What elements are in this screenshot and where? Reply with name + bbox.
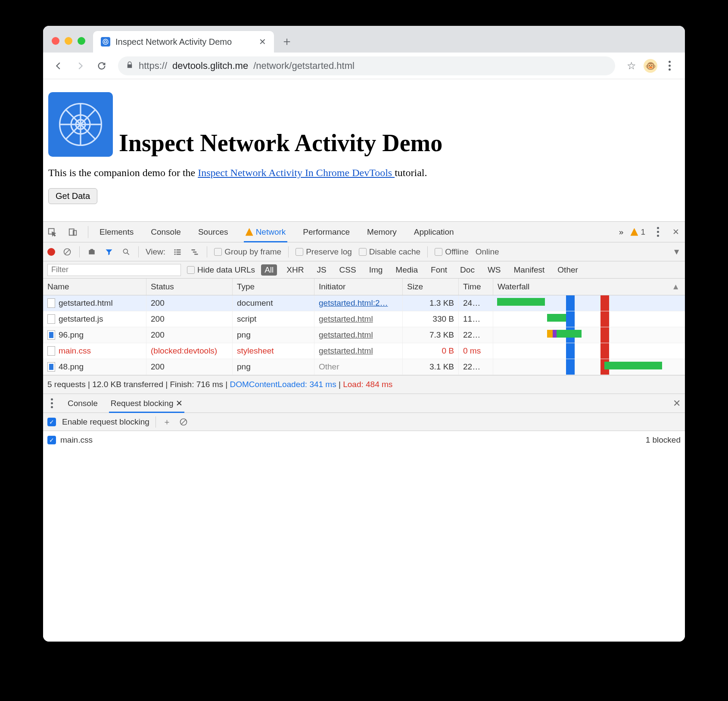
- waterfall-cell: [493, 327, 685, 343]
- close-tab-button[interactable]: ✕: [259, 37, 266, 47]
- request-type: script: [233, 311, 314, 327]
- column-header-size[interactable]: Size: [403, 279, 459, 295]
- svg-line-15: [127, 252, 129, 254]
- forward-button[interactable]: [71, 56, 90, 75]
- filter-type-font[interactable]: Font: [427, 264, 451, 276]
- reload-button[interactable]: [92, 56, 111, 75]
- offline-checkbox[interactable]: Offline: [435, 247, 469, 257]
- clear-button[interactable]: [62, 248, 72, 256]
- request-time: 24…: [459, 295, 493, 311]
- filter-type-js[interactable]: JS: [313, 264, 330, 276]
- filter-type-media[interactable]: Media: [392, 264, 421, 276]
- browser-menu-button[interactable]: [660, 56, 679, 75]
- get-data-button[interactable]: Get Data: [48, 188, 97, 204]
- devtools-tab-console[interactable]: Console: [149, 222, 183, 242]
- capture-screenshots-icon[interactable]: [87, 248, 97, 256]
- tab-strip: Inspect Network Activity Demo ✕ ＋: [43, 26, 685, 53]
- request-time: 0 ms: [459, 343, 493, 359]
- drawer-tab-console[interactable]: Console: [66, 394, 100, 413]
- drawer-tab-request-blocking[interactable]: Request blocking ✕: [109, 394, 185, 413]
- close-drawer-button[interactable]: ✕: [673, 398, 681, 409]
- devtools-tab-application[interactable]: Application: [412, 222, 456, 242]
- minimize-window-button[interactable]: [65, 37, 72, 45]
- network-row[interactable]: 48.png200pngOther3.1 KB22…: [43, 359, 685, 375]
- waterfall-view-icon[interactable]: [190, 248, 200, 256]
- browser-window: Inspect Network Activity Demo ✕ ＋ https:…: [43, 26, 685, 642]
- group-by-frame-checkbox[interactable]: Group by frame: [214, 247, 281, 257]
- filter-type-other[interactable]: Other: [554, 264, 582, 276]
- online-label[interactable]: Online: [476, 247, 499, 257]
- close-devtools-button[interactable]: ✕: [670, 226, 681, 238]
- profile-avatar[interactable]: 🐵: [644, 59, 657, 73]
- column-header-waterfall[interactable]: Waterfall▲: [493, 279, 685, 295]
- devtools-tab-performance[interactable]: Performance: [301, 222, 352, 242]
- filter-type-img[interactable]: Img: [366, 264, 386, 276]
- request-initiator: Other: [314, 359, 403, 375]
- svg-point-1: [104, 40, 106, 43]
- inspect-element-icon[interactable]: [47, 226, 58, 238]
- list-view-icon[interactable]: [172, 248, 183, 256]
- filter-type-css[interactable]: CSS: [336, 264, 360, 276]
- devtools-tab-memory[interactable]: Memory: [365, 222, 398, 242]
- column-header-status[interactable]: Status: [146, 279, 233, 295]
- initiator-link[interactable]: getstarted.html:2…: [319, 298, 388, 307]
- filter-type-doc[interactable]: Doc: [457, 264, 478, 276]
- back-button[interactable]: [49, 56, 68, 75]
- search-icon[interactable]: [121, 248, 131, 256]
- drawer-tabs: ConsoleRequest blocking ✕ ✕: [43, 394, 685, 413]
- bookmark-button[interactable]: ☆: [622, 56, 641, 75]
- remove-all-patterns-button[interactable]: [178, 418, 189, 426]
- initiator-link[interactable]: getstarted.html: [319, 346, 373, 355]
- throttling-dropdown[interactable]: ▼: [672, 247, 681, 257]
- request-blocking-toolbar: ✓ Enable request blocking ＋: [43, 413, 685, 431]
- more-tabs-button[interactable]: »: [619, 227, 624, 237]
- url-path: /network/getstarted.html: [253, 60, 355, 71]
- close-window-button[interactable]: [52, 37, 59, 45]
- hide-data-urls-checkbox[interactable]: Hide data URLs: [187, 265, 255, 275]
- filter-type-all[interactable]: All: [261, 264, 277, 276]
- devtools-tab-network[interactable]: Network: [244, 222, 288, 242]
- request-status: (blocked:devtools): [146, 343, 233, 359]
- record-button[interactable]: [47, 248, 55, 256]
- add-pattern-button[interactable]: ＋: [162, 416, 172, 428]
- column-header-initiator[interactable]: Initiator: [314, 279, 403, 295]
- disable-cache-checkbox[interactable]: Disable cache: [359, 247, 420, 257]
- devtools-tab-elements[interactable]: Elements: [98, 222, 135, 242]
- warnings-badge[interactable]: 1: [630, 227, 645, 237]
- drawer-menu-button[interactable]: [47, 395, 56, 412]
- filter-type-ws[interactable]: WS: [484, 264, 504, 276]
- preserve-log-checkbox[interactable]: Preserve log: [296, 247, 352, 257]
- request-time: 22…: [459, 359, 493, 375]
- column-header-name[interactable]: Name: [43, 279, 146, 295]
- network-row[interactable]: 96.png200pnggetstarted.html7.3 KB22…: [43, 327, 685, 343]
- address-bar[interactable]: https://devtools.glitch.me/network/getst…: [118, 56, 615, 75]
- devtools-panel: ElementsConsoleSourcesNetworkPerformance…: [43, 221, 685, 642]
- filter-toggle-icon[interactable]: [104, 248, 114, 256]
- device-toolbar-icon[interactable]: [67, 226, 78, 238]
- tutorial-link[interactable]: Inspect Network Activity In Chrome DevTo…: [198, 167, 395, 178]
- url-host: devtools.glitch.me: [172, 60, 248, 71]
- initiator-link[interactable]: getstarted.html: [319, 314, 373, 323]
- fullscreen-window-button[interactable]: [78, 37, 85, 45]
- svg-point-0: [103, 39, 108, 44]
- column-header-type[interactable]: Type: [233, 279, 314, 295]
- browser-tab[interactable]: Inspect Network Activity Demo ✕: [93, 31, 274, 53]
- svg-rect-23: [193, 251, 196, 253]
- filter-input[interactable]: [47, 264, 181, 276]
- devtools-menu-button[interactable]: [652, 226, 663, 238]
- filter-type-manifest[interactable]: Manifest: [510, 264, 548, 276]
- initiator-link[interactable]: getstarted.html: [319, 330, 373, 339]
- new-tab-button[interactable]: ＋: [277, 32, 296, 51]
- close-drawer-tab-icon[interactable]: ✕: [176, 398, 183, 408]
- network-row[interactable]: getstarted.html200documentgetstarted.htm…: [43, 295, 685, 311]
- network-row[interactable]: getstarted.js200scriptgetstarted.html330…: [43, 311, 685, 327]
- svg-line-26: [181, 420, 186, 424]
- enable-blocking-checkbox[interactable]: ✓: [47, 418, 56, 426]
- blocking-pattern-row[interactable]: ✓ main.css 1 blocked: [47, 435, 681, 445]
- request-name: getstarted.html: [59, 298, 113, 308]
- filter-type-xhr[interactable]: XHR: [283, 264, 307, 276]
- devtools-tab-sources[interactable]: Sources: [196, 222, 230, 242]
- pattern-checkbox[interactable]: ✓: [47, 436, 56, 444]
- column-header-time[interactable]: Time: [459, 279, 493, 295]
- network-row[interactable]: main.css(blocked:devtools)stylesheetgets…: [43, 343, 685, 359]
